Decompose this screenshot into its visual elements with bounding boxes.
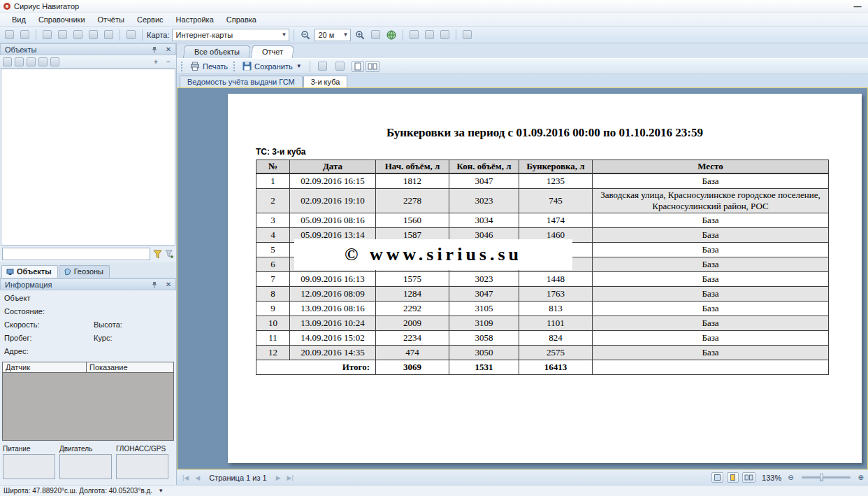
report-viewer[interactable]: Бункеровки за период с 01.09.2016 00:00 … [177,87,868,469]
course-label: Курс: [94,334,112,342]
menu-item-help[interactable]: Справка [220,14,263,25]
expand-all-icon[interactable]: + [151,58,161,66]
objects-search-input[interactable] [2,248,150,260]
two-page-view-button[interactable] [742,472,755,483]
chevron-down-icon[interactable]: ▼ [158,488,164,494]
tab-fuel-statement-label: Ведомость учёта выдачи ГСМ [187,78,295,86]
objects-panel-title: Объекты [5,45,148,54]
sidebar-tab-strip: Объекты Геозоны [0,262,176,278]
report-title: Бункеровки за период с 01.09.2016 00:00 … [228,126,862,140]
table-cell: 1575 [376,271,449,286]
menu-item-settings[interactable]: Настройка [170,14,220,25]
export-page-button[interactable] [315,61,330,71]
globe-button[interactable] [384,29,398,41]
zoom-slider[interactable] [802,476,851,479]
report-tab-strip: Ведомость учёта выдачи ГСМ 3-и куба [177,74,868,87]
map-scale-value: 20 м [319,31,335,39]
report-page: Бункеровки за период с 01.09.2016 00:00 … [228,94,862,463]
multi-page-icon [368,62,377,71]
table-cell: База [593,316,829,330]
map-source-combobox[interactable]: Интернет-карты ▼ [172,29,289,41]
whole-page-view-button[interactable] [727,472,739,483]
col-header-date: Дата [290,160,376,174]
filter-edit-button[interactable] [165,250,174,259]
glonass-label: ГЛОНАСС/GPS [116,445,168,453]
table-cell: 1763 [519,286,593,301]
pan-tool-button[interactable] [3,29,16,40]
zoom-out-button[interactable] [298,29,312,41]
menu-item-directories[interactable]: Справочники [32,14,92,25]
track-tool-button[interactable] [56,29,69,40]
toolbar-separator [120,29,120,41]
print-button[interactable]: Печать [187,61,231,72]
zoom-in-slider-button[interactable]: ⊕ [858,474,864,481]
engine-indicator [59,454,112,479]
table-cell: База [593,271,829,286]
measure-tool-button[interactable] [41,29,54,40]
layers-tool-button[interactable] [71,29,85,40]
col-header-number: № [256,160,290,174]
pin-icon[interactable] [151,46,161,53]
table-row: 913.09.2016 08:1622923105813База [256,301,829,316]
collapse-all-icon[interactable]: − [164,58,173,66]
tab-report[interactable]: Отчет [251,45,295,58]
minimize-button[interactable]: — [851,2,864,10]
total-end-volume-cell: 1531 [449,360,519,374]
notes-button[interactable] [438,29,451,40]
close-icon[interactable]: ✕ [164,281,173,288]
globe-small-icon[interactable] [27,57,36,66]
objects-list[interactable] [1,69,175,246]
pin-icon[interactable] [151,281,161,288]
grid-tool-button[interactable] [102,29,115,40]
single-page-view-button[interactable] [352,61,364,72]
next-page-button[interactable]: ▶ [275,474,282,481]
tab-report-label: Отчет [262,48,283,56]
screenshot-button[interactable] [461,29,474,40]
table-cell: 3023 [449,271,519,286]
table-total-row: Итого: 3069 1531 16413 [256,360,829,374]
multi-page-view-button[interactable] [366,61,379,72]
monitor-icon[interactable] [50,57,59,66]
close-icon[interactable]: ✕ [164,45,173,53]
map-scale-combobox[interactable]: 20 м ▼ [314,29,351,41]
edit-tool-button[interactable] [124,29,138,40]
menu-item-reports[interactable]: Отчёты [92,14,131,25]
tab-3i-kuba[interactable]: 3-и куба [303,76,348,87]
two-page-icon [744,474,753,481]
center-map-button[interactable] [369,29,382,40]
filter-button[interactable] [153,250,162,259]
menu-item-service[interactable]: Сервис [131,14,170,25]
table-cell: 7 [256,271,290,286]
zoom-in-button[interactable] [353,29,367,41]
selection-area-icon [425,30,434,39]
select-tool-button[interactable] [18,29,31,40]
sidebar-tab-objects[interactable]: Объекты [1,265,58,278]
zoom-out-slider-button[interactable]: ⊖ [788,474,793,481]
last-page-button[interactable]: ▶| [286,474,295,481]
table-cell: 20.09.2016 14:35 [290,345,376,360]
tab-all-objects[interactable]: Все объекты [183,45,251,58]
legend-button[interactable] [407,29,421,40]
menu-item-view[interactable]: Вид [6,14,32,25]
sidebar-tab-geozones[interactable]: Геозоны [59,265,110,278]
save-button[interactable]: Сохранить ▼ [240,61,305,71]
total-bunkering-cell: 16413 [519,360,593,374]
camera-icon[interactable] [38,57,48,66]
zoom-slider-handle[interactable] [820,474,823,481]
marker-tool-button[interactable] [87,29,100,40]
prev-page-button[interactable]: ◀ [194,474,201,481]
tab-fuel-statement[interactable]: Ведомость учёта выдачи ГСМ [180,76,303,87]
objects-panel-header: Объекты ✕ [0,43,176,55]
toolbar-separator [403,29,403,41]
refresh-icon[interactable] [15,57,24,66]
edit-object-icon[interactable] [3,57,12,66]
table-cell: 4 [256,227,290,242]
table-cell: 1474 [519,213,593,227]
refresh-report-button[interactable] [333,61,347,71]
sensor-table-body[interactable] [3,373,173,440]
page-width-view-button[interactable] [711,472,723,483]
info-panel-title: Информация [5,281,148,289]
area-select-button[interactable] [423,29,436,40]
pan-icon [5,30,14,39]
first-page-button[interactable]: |◀ [181,474,190,481]
